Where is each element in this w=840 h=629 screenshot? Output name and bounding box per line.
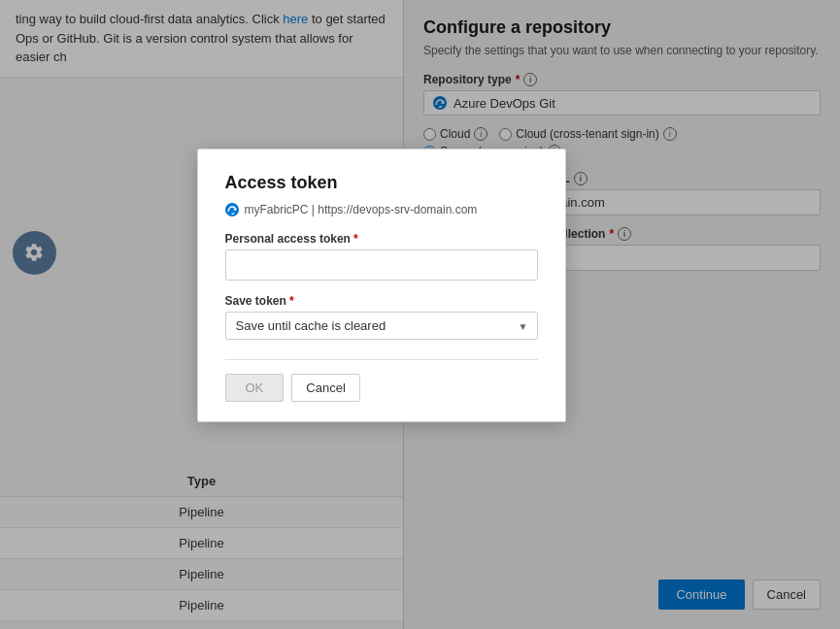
modal-divider [225, 359, 538, 360]
access-token-modal: Access token myFabricPC | https://devops… [197, 149, 566, 422]
modal-subtitle-text: myFabricPC | https://devops-srv-domain.c… [245, 203, 478, 216]
modal-subtitle: myFabricPC | https://devops-srv-domain.c… [225, 203, 538, 216]
modal-overlay: Access token myFabricPC | https://devops… [0, 0, 840, 629]
save-token-select[interactable]: Save until cache is cleared Save for thi… [225, 312, 538, 340]
ok-button[interactable]: OK [225, 374, 285, 402]
save-token-wrapper: Save until cache is cleared Save for thi… [225, 312, 538, 340]
save-token-label: Save token * [225, 294, 538, 308]
modal-devops-icon [225, 203, 239, 216]
modal-title: Access token [225, 173, 538, 193]
pat-label: Personal access token * [225, 232, 538, 246]
pat-required: * [353, 232, 358, 246]
save-token-required: * [289, 294, 294, 308]
pat-input[interactable] [225, 249, 538, 281]
modal-footer: OK Cancel [225, 374, 538, 402]
modal-cancel-button[interactable]: Cancel [291, 374, 359, 402]
